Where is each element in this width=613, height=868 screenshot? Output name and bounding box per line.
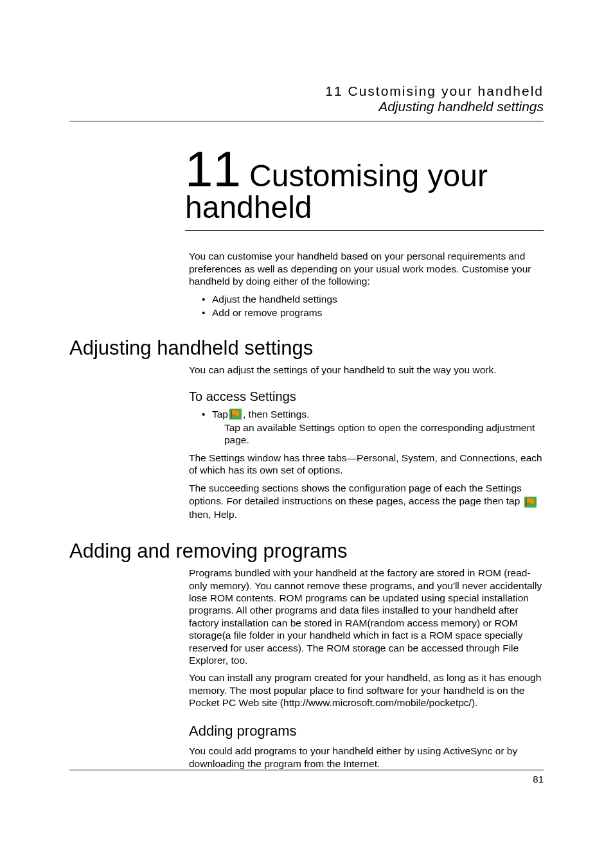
section2-sub-content: You could add programs to your handheld …: [189, 745, 544, 770]
section-heading-adding-removing: Adding and removing programs: [69, 540, 544, 563]
body-text: Programs bundled with your handheld at t…: [189, 567, 544, 666]
start-menu-icon: [229, 409, 242, 420]
body-text: You could add programs to your handheld …: [189, 745, 544, 770]
bullet-dot: •: [202, 408, 212, 420]
section-heading-adjusting: Adjusting handheld settings: [69, 337, 544, 360]
body-text: You can install any program created for …: [189, 671, 544, 709]
chapter-title: 11 Customising your handheld: [185, 144, 544, 231]
body-text: The Settings window has three tabs—Perso…: [189, 452, 544, 477]
start-menu-icon: [524, 497, 537, 508]
intro-block: You can customise your handheld based on…: [189, 250, 544, 319]
section1-steps: • Tap , then Settings. Tap an available …: [189, 408, 544, 522]
body-text-pre: The succeeding sections shows the config…: [189, 483, 523, 507]
subheading-access-settings: To access Settings: [189, 389, 544, 404]
list-item: Adjust the handheld settings: [202, 293, 544, 305]
step-text-post: , then Settings.: [243, 408, 309, 420]
svg-rect-3: [526, 498, 526, 506]
section2-content: Programs bundled with your handheld at t…: [189, 567, 544, 709]
step-text-pre: Tap: [212, 408, 228, 420]
subheading-adding-programs: Adding programs: [189, 723, 544, 740]
header-subsection: Adjusting handheld settings: [69, 99, 544, 114]
body-text-post: then, Help.: [189, 509, 237, 520]
header-section: 11 Customising your handheld: [69, 84, 544, 99]
svg-rect-1: [231, 410, 232, 418]
body-text: You can adjust the settings of your hand…: [189, 364, 544, 376]
page-header: 11 Customising your handheld Adjusting h…: [69, 84, 544, 121]
intro-bullet-list: Adjust the handheld settings Add or remo…: [202, 293, 544, 319]
chapter-number: 11: [185, 141, 241, 197]
chapter-title-text-1: Customising your: [241, 159, 488, 193]
list-item: Add or remove programs: [202, 306, 544, 319]
body-text: The succeeding sections shows the config…: [189, 482, 544, 522]
step-subtext: Tap an available Settings option to open…: [224, 421, 544, 447]
intro-paragraph: You can customise your handheld based on…: [189, 250, 544, 287]
document-page: 11 Customising your handheld Adjusting h…: [0, 0, 613, 868]
page-footer: 81: [69, 770, 544, 784]
page-number: 81: [533, 774, 544, 784]
section1-content: You can adjust the settings of your hand…: [189, 364, 544, 376]
step-item: • Tap , then Settings.: [202, 408, 544, 420]
chapter-title-text-2: handheld: [185, 191, 544, 224]
